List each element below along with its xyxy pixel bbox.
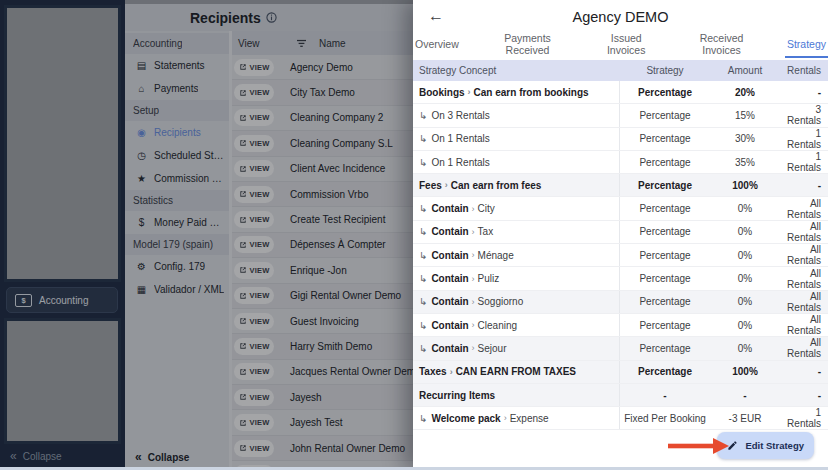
strategy-cell: Percentage (620, 87, 710, 98)
strategy-table-row: ↳ Contain › Cleaning Percentage 0% All R… (413, 314, 828, 337)
amount-cell: 0% (710, 343, 780, 354)
column-header-rentals: Rentals (780, 65, 828, 76)
strategy-cell: Percentage (620, 203, 710, 214)
concept-detail: On 3 Rentals (431, 110, 489, 121)
concept-group: Contain (431, 296, 468, 307)
rentals-cell: - (780, 87, 828, 98)
strategy-concept-cell: ↳ Welcome pack › Expense (413, 407, 620, 429)
edit-strategy-button[interactable]: Edit Strategy (717, 432, 814, 459)
strategy-concept-cell: Fees › Can earn from fees (413, 174, 620, 196)
tab-issued-invoices[interactable]: Issued Invoices (594, 31, 658, 58)
rentals-cell: - (780, 366, 828, 377)
strategy-cell: Percentage (620, 133, 710, 144)
strategy-cell: Fixed Per Booking (620, 413, 710, 424)
strategy-cell: - (620, 390, 710, 401)
concept-group: Taxes (419, 366, 447, 377)
rentals-cell: - (780, 180, 828, 191)
amount-cell: 20% (710, 87, 780, 98)
rentals-cell: All Rentals (780, 291, 828, 313)
rentals-cell: 3 Rentals (780, 104, 828, 126)
sub-item-arrow-icon: ↳ (419, 226, 427, 237)
concept-group: Recurring Items (419, 390, 495, 401)
rentals-cell: 1 Rentals (780, 128, 828, 150)
annotation-arrow-icon (668, 437, 730, 455)
chevron-separator-icon: › (450, 367, 453, 377)
edit-strategy-label: Edit Strategy (745, 440, 804, 451)
strategy-concept-cell: ↳ Contain › Soggiorno (413, 291, 620, 313)
strategy-cell: Percentage (620, 343, 710, 354)
chevron-separator-icon: › (472, 204, 475, 214)
concept-group: Contain (431, 250, 468, 261)
strategy-table-row: Fees › Can earn from fees Percentage 100… (413, 174, 828, 197)
tab-strategy[interactable]: Strategy (785, 31, 828, 58)
rentals-cell: All Rentals (780, 221, 828, 243)
chevron-separator-icon: › (472, 343, 475, 353)
strategy-table-row: ↳ Contain › City Percentage 0% All Renta… (413, 197, 828, 220)
concept-group: Contain (431, 203, 468, 214)
tab-payments-received[interactable]: Payments Received (487, 31, 568, 58)
sub-item-arrow-icon: ↳ (419, 343, 427, 354)
detail-tabs: Overview Payments Received Issued Invoic… (413, 31, 828, 58)
strategy-concept-cell: ↳ Contain › Ménage (413, 244, 620, 266)
concept-group: Welcome pack (431, 413, 500, 424)
strategy-table-row: ↳ On 1 Rentals Percentage 30% 1 Rentals (413, 128, 828, 151)
strategy-cell: Percentage (620, 226, 710, 237)
tab-received-invoices[interactable]: Received Invoices (684, 31, 759, 58)
rentals-cell: All Rentals (780, 198, 828, 220)
chevron-separator-icon: › (472, 250, 475, 260)
rentals-cell: All Rentals (780, 337, 828, 359)
drawer-backdrop[interactable] (0, 0, 413, 470)
concept-detail: Soggiorno (478, 296, 524, 307)
back-arrow-icon: ← (428, 7, 444, 24)
amount-cell: 0% (710, 226, 780, 237)
amount-cell: -3 EUR (710, 413, 780, 424)
chevron-separator-icon: › (445, 180, 448, 190)
strategy-concept-cell: ↳ Contain › Cleaning (413, 314, 620, 336)
concept-group: Contain (431, 273, 468, 284)
chevron-separator-icon: › (472, 274, 475, 284)
strategy-table-row: Recurring Items - - - (413, 384, 828, 407)
concept-group: Contain (431, 343, 468, 354)
strategy-cell: Percentage (620, 157, 710, 168)
strategy-table-row: ↳ Contain › Sejour Percentage 0% All Ren… (413, 337, 828, 360)
concept-detail: City (478, 203, 495, 214)
sub-item-arrow-icon: ↳ (419, 250, 427, 261)
strategy-cell: Percentage (620, 180, 710, 191)
sub-item-arrow-icon: ↳ (419, 413, 427, 424)
amount-cell: 30% (710, 133, 780, 144)
column-header-amount: Amount (710, 65, 780, 76)
strategy-table-body: Bookings › Can earn from bookings Percen… (413, 81, 828, 430)
rentals-cell: 1 Rentals (780, 407, 828, 429)
sub-item-arrow-icon: ↳ (419, 296, 427, 307)
amount-cell: 35% (710, 157, 780, 168)
concept-group: Contain (431, 320, 468, 331)
amount-cell: 0% (710, 273, 780, 284)
concept-detail: Cleaning (478, 320, 517, 331)
strategy-concept-cell: ↳ Contain › City (413, 197, 620, 219)
strategy-concept-cell: ↳ On 3 Rentals (413, 104, 620, 126)
strategy-concept-cell: ↳ On 1 Rentals (413, 151, 620, 173)
concept-group: Fees (419, 180, 442, 191)
chevron-separator-icon: › (472, 297, 475, 307)
sub-item-arrow-icon: ↳ (419, 110, 427, 121)
rentals-cell: All Rentals (780, 314, 828, 336)
strategy-table-row: Taxes › CAN EARN FROM TAXES Percentage 1… (413, 361, 828, 384)
tab-overview[interactable]: Overview (413, 31, 461, 58)
concept-detail: Can earn from fees (451, 180, 542, 191)
column-header-strategy-concept: Strategy Concept (413, 65, 620, 76)
strategy-cell: Percentage (620, 273, 710, 284)
amount-cell: 0% (710, 250, 780, 261)
strategy-concept-cell: Recurring Items (413, 384, 620, 406)
recipient-detail-drawer: ← Agency DEMO Overview Payments Received… (413, 0, 828, 470)
concept-group: Contain (431, 226, 468, 237)
back-button[interactable]: ← (426, 6, 446, 26)
concept-group: Bookings (419, 87, 465, 98)
rentals-cell: - (780, 390, 828, 401)
strategy-concept-cell: ↳ Contain › Puliz (413, 267, 620, 289)
rentals-cell: All Rentals (780, 268, 828, 290)
amount-cell: 100% (710, 366, 780, 377)
concept-detail: Tax (478, 226, 494, 237)
concept-detail: On 1 Rentals (431, 157, 489, 168)
rentals-cell: All Rentals (780, 244, 828, 266)
amount-cell: 100% (710, 180, 780, 191)
